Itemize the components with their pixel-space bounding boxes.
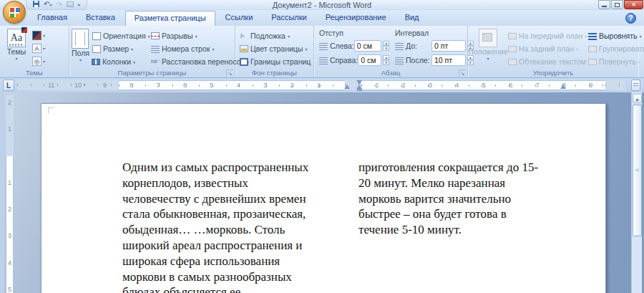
ruler-column2-numbers: 123456789 xyxy=(364,80,605,90)
align-icon xyxy=(588,33,597,40)
spacing-before-row: До: 0 пт ▴▾ xyxy=(395,39,474,53)
margins-icon xyxy=(72,29,89,49)
spacing-before-field[interactable]: 0 пт xyxy=(431,40,466,52)
left-indent-marker[interactable] xyxy=(357,89,362,91)
text-boundary-mark xyxy=(48,107,54,113)
ribbon: Аa Темы▾ ▾ A▾ ◎▾ Темы Поля▾ Ориентация▾ … xyxy=(0,26,644,78)
tab-references[interactable]: Ссылки xyxy=(217,11,262,25)
size-button[interactable]: Размер▾ xyxy=(89,42,149,55)
watermark-icon: A xyxy=(238,30,249,41)
vertical-ruler-margin-numbers: 21 xyxy=(6,92,14,143)
office-logo-icon xyxy=(9,7,19,17)
tab-page-layout[interactable]: Разметка страницы xyxy=(125,11,215,26)
column2-right-indent-marker[interactable] xyxy=(560,85,566,89)
close-button[interactable]: ✕ xyxy=(624,0,643,9)
indent-left-icon xyxy=(319,43,328,50)
indent-right-icon xyxy=(319,57,328,64)
rotate-icon xyxy=(588,59,597,65)
office-button[interactable] xyxy=(3,1,26,24)
align-button[interactable]: Выровнять▾ xyxy=(586,29,644,42)
tab-review[interactable]: Рецензирование xyxy=(317,11,395,25)
position-button[interactable]: Положение▾ xyxy=(470,27,506,68)
bring-to-front-button[interactable]: На передний план▾ xyxy=(506,29,586,42)
themes-icon: Аa xyxy=(7,29,26,47)
theme-colors-icon xyxy=(32,31,42,40)
rotate-button[interactable]: Повернуть▾ xyxy=(586,55,644,68)
group-label-arrange: Упорядочить xyxy=(468,69,638,77)
window-title: Документ2 - Microsoft Word xyxy=(0,1,644,9)
theme-effects-icon: ◎ xyxy=(32,57,42,66)
bring-to-front-icon xyxy=(508,33,517,39)
indent-left-row: Слева: 0 см ▴▾ xyxy=(319,39,389,53)
document-area: 21 12345 Одним из самых распространенных… xyxy=(0,92,644,293)
orientation-button[interactable]: Ориентация▾ xyxy=(89,29,149,42)
page-borders-icon xyxy=(240,58,248,66)
ruler-right-margin-zone xyxy=(605,80,625,90)
minimize-icon xyxy=(602,6,607,7)
group-objects-button[interactable]: Группировать▾ xyxy=(586,42,644,55)
first-line-indent-marker[interactable] xyxy=(356,80,362,85)
tab-stop-selector[interactable]: L xyxy=(3,80,14,91)
indent-left-spinner[interactable]: ▴▾ xyxy=(383,41,389,51)
word-window: ↶▾ ↷ ▾ Документ2 - Microsoft Word ✕ Глав… xyxy=(0,0,644,293)
page-color-button[interactable]: Цвет страницы▾ xyxy=(238,42,313,55)
minimize-button[interactable] xyxy=(598,0,610,9)
group-page-background: AПодложка▾ Цвет страницы▾ Границы страни… xyxy=(235,26,314,77)
tab-view[interactable]: Вид xyxy=(396,11,428,25)
theme-colors-button[interactable]: ▾ xyxy=(32,29,45,41)
group-arrange: Положение▾ На передний план▾ На задний п… xyxy=(468,26,638,77)
indent-right-field[interactable]: 0 см xyxy=(358,54,381,66)
text-column-left[interactable]: Одним из самых распространенныхкорнеплод… xyxy=(122,160,337,293)
theme-fonts-button[interactable]: A▾ xyxy=(32,42,45,54)
help-button[interactable]: ? xyxy=(625,13,636,24)
view-ruler-toggle-button[interactable] xyxy=(631,80,640,91)
send-to-back-icon xyxy=(508,46,517,52)
text-wrapping-button[interactable]: Обтекание текстом▾ xyxy=(506,55,586,68)
tab-mailings[interactable]: Рассылки xyxy=(263,11,315,25)
page-borders-button[interactable]: Границы страниц xyxy=(238,55,313,68)
group-label-page-background: Фон страницы xyxy=(235,69,313,77)
indent-right-spinner[interactable]: ▴▾ xyxy=(383,55,389,65)
group-label-themes: Темы xyxy=(0,69,69,77)
group-label-paragraph: Абзац xyxy=(314,69,467,77)
page-size-icon xyxy=(92,45,101,53)
ribbon-tab-row: Главная Вставка Разметка страницы Ссылки… xyxy=(0,10,644,26)
scrollbar-thumb[interactable] xyxy=(633,105,642,236)
position-icon xyxy=(479,29,497,47)
indent-left-field[interactable]: 0 см xyxy=(354,40,382,52)
vertical-ruler-body-numbers: 12345 xyxy=(6,169,14,293)
maximize-button[interactable] xyxy=(611,0,623,9)
theme-fonts-icon: A xyxy=(32,44,42,53)
title-bar: ↶▾ ↷ ▾ Документ2 - Microsoft Word ✕ xyxy=(0,0,644,10)
ruler-margin-numbers: 11109 xyxy=(38,80,118,90)
spacing-after-field[interactable]: 10 пт xyxy=(431,54,466,66)
group-page-setup: Поля▾ Ориентация▾ Размер▾ Колонки▾ Разры… xyxy=(69,26,235,77)
paragraph-dialog-launcher[interactable]: ↘ xyxy=(459,69,466,77)
indent-header: Отступ xyxy=(319,29,389,37)
send-to-back-button[interactable]: На задний план▾ xyxy=(506,42,586,55)
indent-right-row: Справа: 0 см ▴▾ xyxy=(319,53,389,67)
watermark-button[interactable]: AПодложка▾ xyxy=(238,29,313,42)
group-paragraph: Отступ Слева: 0 см ▴▾ Справа: 0 см ▴▾ Ин… xyxy=(314,26,468,77)
page-color-icon xyxy=(240,45,248,52)
column1-right-indent-marker[interactable] xyxy=(344,85,350,89)
line-numbers-icon xyxy=(151,46,160,53)
page-setup-dialog-launcher[interactable]: ↘ xyxy=(226,69,233,77)
text-column-right[interactable]: приготовления сокращается до 15-20 минут… xyxy=(358,160,580,238)
margins-button[interactable]: Поля▾ xyxy=(72,27,89,68)
vertical-scrollbar[interactable]: ▲ xyxy=(631,92,642,293)
themes-button[interactable]: Аa Темы▾ xyxy=(2,27,31,68)
columns-icon xyxy=(92,59,100,65)
spacing-after-row: После: 10 пт ▴▾ xyxy=(395,53,474,67)
tab-home[interactable]: Главная xyxy=(29,11,76,25)
ruler-column1-numbers: 87654321 xyxy=(118,80,332,90)
orientation-icon xyxy=(92,32,101,40)
theme-effects-button[interactable]: ◎▾ xyxy=(32,55,45,67)
document-page[interactable]: Одним из самых распространенныхкорнеплод… xyxy=(41,103,606,293)
tab-insert[interactable]: Вставка xyxy=(77,11,124,25)
columns-button[interactable]: Колонки▾ xyxy=(89,55,149,68)
maximize-icon xyxy=(615,3,620,7)
spacing-after-icon xyxy=(395,57,404,64)
scroll-up-button[interactable]: ▲ xyxy=(633,94,642,103)
close-icon: ✕ xyxy=(631,1,636,8)
